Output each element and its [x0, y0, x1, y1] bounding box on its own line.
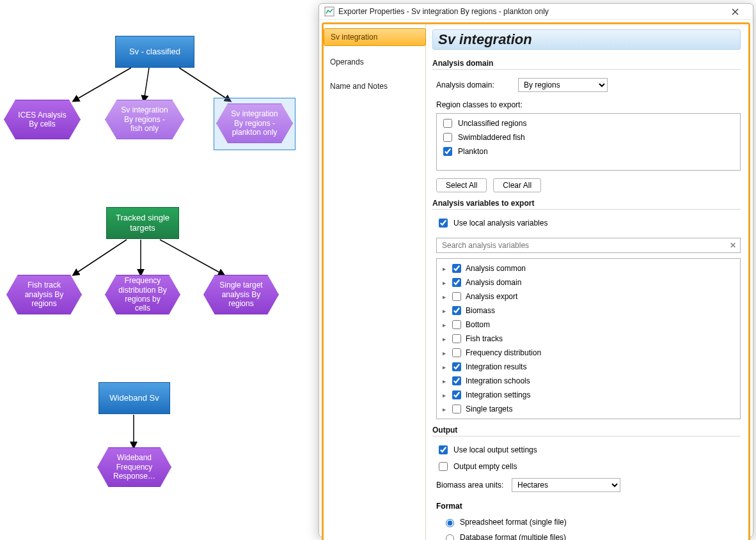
clear-all-button[interactable]: Clear All — [493, 178, 541, 192]
expand-icon[interactable]: ▸ — [441, 406, 447, 413]
expand-icon[interactable]: ▸ — [441, 392, 447, 399]
region-item[interactable]: Unclassified regions — [441, 116, 736, 130]
node-single-target[interactable]: Single target analysis By regions — [203, 275, 279, 314]
vars-checkbox[interactable] — [452, 405, 461, 413]
vars-checkbox[interactable] — [452, 278, 461, 287]
vars-tree-item[interactable]: ▸Integration settings — [441, 388, 736, 402]
app-icon — [324, 6, 335, 17]
vars-label: Integration schools — [466, 376, 530, 385]
vars-tree-item[interactable]: ▸Integration schools — [441, 374, 736, 388]
vars-label: Bottom — [466, 320, 490, 329]
expand-icon[interactable]: ▸ — [441, 279, 447, 286]
expand-icon[interactable]: ▸ — [441, 350, 447, 357]
svg-line-5 — [160, 240, 224, 275]
svg-line-1 — [144, 68, 149, 101]
node-tracked-targets[interactable]: Tracked single targets — [106, 207, 179, 239]
vars-checkbox[interactable] — [452, 348, 461, 357]
region-checkbox[interactable] — [443, 119, 452, 128]
region-checkbox[interactable] — [443, 133, 452, 142]
select-all-button[interactable]: Select All — [436, 178, 487, 192]
region-item[interactable]: Swimbladdered fish — [441, 130, 736, 144]
node-label: Sv - classified — [129, 47, 180, 57]
vars-checkbox[interactable] — [452, 334, 461, 343]
expand-icon[interactable]: ▸ — [441, 265, 447, 272]
output-empty-cells[interactable]: Output empty cells — [436, 459, 741, 474]
node-ices-analysis[interactable]: ICES Analysis By cells — [4, 100, 81, 139]
dialog-title: Exporter Properties - Sv integration By … — [338, 7, 722, 16]
tab-sv-integration[interactable]: Sv integration — [324, 28, 426, 46]
tab-name-notes[interactable]: Name and Notes — [324, 78, 425, 95]
region-classes-list[interactable]: Unclassified regions Swimbladdered fish … — [436, 113, 741, 171]
format-spreadsheet-radio[interactable] — [446, 519, 454, 527]
vars-tree[interactable]: ▸Analysis common▸Analysis domain▸Analysi… — [436, 258, 741, 419]
node-label: Wideband Frequency Response… — [109, 453, 159, 481]
region-item[interactable]: Plankton — [441, 144, 736, 158]
analysis-domain-select[interactable]: By regions — [518, 78, 608, 92]
vars-label: Analysis domain — [466, 278, 521, 287]
vars-checkbox[interactable] — [452, 264, 461, 273]
output-empty-checkbox[interactable] — [439, 462, 448, 471]
format-database-label: Database format (multiple files) — [460, 533, 566, 540]
clear-search-icon[interactable]: ✕ — [730, 241, 736, 250]
search-input[interactable] — [441, 240, 730, 251]
use-local-vars[interactable]: Use local analysis variables — [436, 216, 741, 230]
node-label: Wideband Sv — [109, 393, 159, 403]
node-sv-fish[interactable]: Sv integration By regions - fish only — [105, 100, 184, 139]
vars-label: Single targets — [466, 405, 512, 413]
vars-checkbox[interactable] — [452, 362, 461, 371]
panel-title-band: Sv integration — [432, 29, 741, 50]
vars-tree-item[interactable]: ▸Analysis common — [441, 261, 736, 275]
use-local-vars-checkbox[interactable] — [439, 219, 448, 228]
vars-tree-item[interactable]: ▸Single targets — [441, 402, 736, 416]
vars-checkbox[interactable] — [452, 292, 461, 301]
flow-canvas[interactable]: Sv - classified ICES Analysis By cells S… — [0, 0, 319, 540]
search-vars[interactable]: ✕ — [436, 238, 741, 253]
vars-tree-item[interactable]: ▸Bottom — [441, 318, 736, 332]
format-database[interactable]: Database format (multiple files) — [443, 531, 741, 540]
vars-label: Integration settings — [466, 390, 530, 399]
use-local-output[interactable]: Use local output settings — [436, 443, 741, 457]
vars-tree-item[interactable]: ▸Analysis export — [441, 289, 736, 304]
use-local-output-checkbox[interactable] — [439, 445, 448, 454]
vars-tree-item[interactable]: ▸Biomass — [441, 304, 736, 318]
format-database-radio[interactable] — [446, 534, 454, 540]
region-checkbox[interactable] — [443, 147, 452, 156]
vars-checkbox[interactable] — [452, 306, 461, 315]
tab-operands[interactable]: Operands — [324, 54, 425, 70]
expand-icon[interactable]: ▸ — [441, 364, 447, 371]
vars-tree-item[interactable]: ▸Integration results — [441, 360, 736, 374]
format-spreadsheet[interactable]: Spreadsheet format (single file) — [443, 516, 741, 528]
vars-checkbox[interactable] — [452, 390, 461, 399]
node-label: Fish track analysis By regions — [19, 281, 70, 308]
expand-icon[interactable]: ▸ — [441, 293, 447, 300]
region-label: Plankton — [458, 147, 488, 156]
region-label: Swimbladdered fish — [458, 133, 525, 142]
expand-icon[interactable]: ▸ — [441, 336, 447, 343]
vars-tree-item[interactable]: ▸Frequency distribution — [441, 346, 736, 360]
node-label: Frequency distribution By regions by cel… — [117, 276, 168, 313]
node-wideband-freq[interactable]: Wideband Frequency Response… — [97, 447, 171, 487]
expand-icon[interactable]: ▸ — [441, 321, 447, 328]
node-label: Sv integration By regions - fish only — [117, 105, 172, 133]
vars-checkbox[interactable] — [452, 376, 461, 385]
node-sv-plankton[interactable]: Sv integration By regions - plankton onl… — [216, 104, 293, 143]
node-label: Tracked single targets — [111, 213, 175, 234]
node-label: Sv integration By regions - plankton onl… — [228, 109, 281, 137]
node-wideband-sv[interactable]: Wideband Sv — [98, 382, 170, 414]
region-classes-label: Region classes to export: — [436, 100, 741, 109]
vars-tree-item[interactable]: ▸Fish tracks — [441, 332, 736, 346]
node-freq-dist[interactable]: Frequency distribution By regions by cel… — [105, 275, 180, 314]
settings-panel: Sv integration Analysis domain Analysis … — [426, 24, 748, 540]
use-local-vars-label: Use local analysis variables — [453, 219, 547, 228]
node-sv-classified[interactable]: Sv - classified — [115, 36, 194, 68]
node-fish-track[interactable]: Fish track analysis By regions — [6, 275, 82, 314]
close-button[interactable] — [722, 4, 748, 19]
vars-checkbox[interactable] — [452, 320, 461, 329]
expand-icon[interactable]: ▸ — [441, 378, 447, 385]
titlebar[interactable]: Exporter Properties - Sv integration By … — [319, 4, 753, 20]
biomass-units-select[interactable]: Hectares — [512, 478, 620, 492]
vars-label: Integration results — [466, 362, 526, 371]
format-heading: Format — [436, 502, 741, 511]
vars-tree-item[interactable]: ▸Analysis domain — [441, 275, 736, 289]
expand-icon[interactable]: ▸ — [441, 307, 447, 314]
